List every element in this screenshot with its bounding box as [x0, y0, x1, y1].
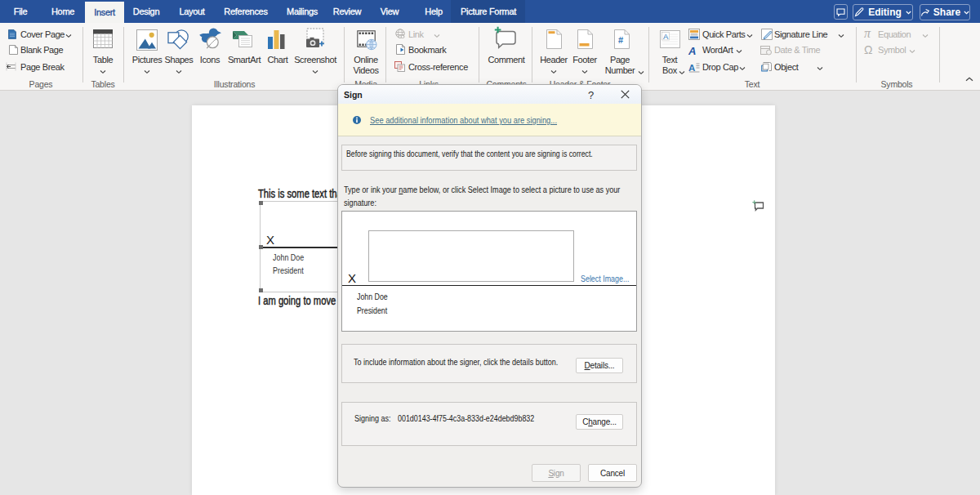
svg-text:A: A	[688, 45, 696, 57]
svg-text:A: A	[688, 63, 695, 73]
svg-text:A: A	[663, 32, 669, 41]
svg-text:#: #	[618, 35, 623, 45]
